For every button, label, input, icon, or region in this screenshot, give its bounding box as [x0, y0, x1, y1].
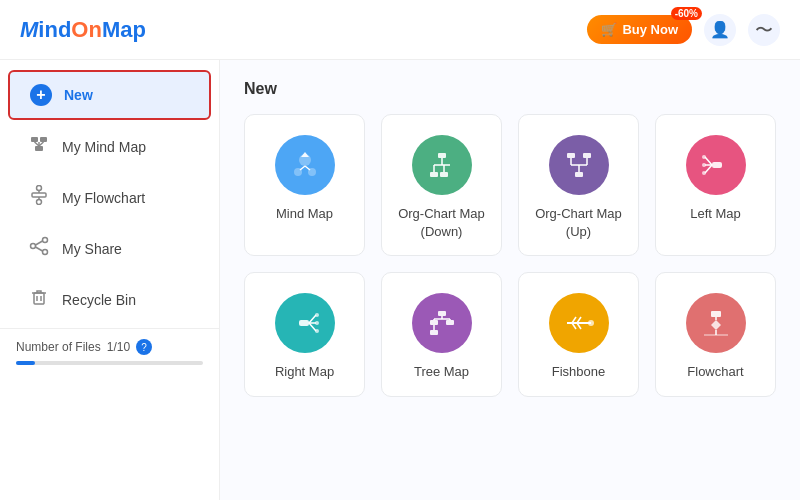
card-icon-right-map — [275, 293, 335, 353]
svg-marker-69 — [711, 320, 721, 330]
svg-rect-25 — [438, 153, 446, 158]
svg-rect-54 — [430, 320, 438, 325]
card-icon-flowchart — [686, 293, 746, 353]
svg-point-43 — [702, 155, 706, 159]
cards-grid: Mind Map Org-Chart Map (Down) Org-Chart … — [244, 114, 776, 397]
card-label-left-map: Left Map — [690, 205, 741, 223]
card-icon-fishbone — [549, 293, 609, 353]
card-right-map[interactable]: Right Map — [244, 272, 365, 396]
card-flowchart[interactable]: Flowchart — [655, 272, 776, 396]
share-icon — [28, 236, 50, 261]
svg-point-13 — [43, 250, 48, 255]
logo-map: Map — [102, 17, 146, 42]
svg-rect-26 — [430, 172, 438, 177]
svg-line-40 — [705, 157, 712, 165]
svg-line-42 — [705, 165, 712, 173]
card-icon-mind-map — [275, 135, 335, 195]
sidebar-item-my-mind-map[interactable]: My Mind Map — [8, 122, 211, 171]
progress-bar-fill — [16, 361, 35, 365]
sidebar-item-my-share-label: My Share — [62, 241, 122, 257]
sidebar-item-recycle-bin-label: Recycle Bin — [62, 292, 136, 308]
card-label-flowchart: Flowchart — [687, 363, 743, 381]
discount-badge: -60% — [671, 7, 702, 20]
buy-now-label: Buy Now — [622, 22, 678, 37]
card-mind-map[interactable]: Mind Map — [244, 114, 365, 256]
svg-point-8 — [37, 200, 42, 205]
svg-point-11 — [43, 238, 48, 243]
svg-point-44 — [702, 163, 706, 167]
svg-line-14 — [36, 241, 43, 245]
svg-rect-53 — [438, 311, 446, 316]
main-layout: + New My Mind Map My Flowchart My Share — [0, 60, 800, 500]
help-icon[interactable]: ? — [136, 339, 152, 355]
svg-line-15 — [36, 247, 43, 251]
card-label-mind-map: Mind Map — [276, 205, 333, 223]
svg-rect-16 — [34, 293, 44, 304]
svg-point-51 — [315, 321, 319, 325]
svg-rect-39 — [712, 162, 722, 168]
mind-map-icon — [28, 134, 50, 159]
flowchart-icon — [28, 185, 50, 210]
svg-rect-46 — [299, 320, 309, 326]
main-content: New Mind Map Org-Chart Map (Down) Org-Ch… — [220, 60, 800, 500]
svg-point-50 — [315, 313, 319, 317]
svg-line-22 — [300, 166, 305, 170]
card-tree-map[interactable]: Tree Map — [381, 272, 502, 396]
svg-rect-68 — [711, 311, 721, 317]
sidebar-item-my-share[interactable]: My Share — [8, 224, 211, 273]
card-icon-org-chart-down — [412, 135, 472, 195]
svg-marker-24 — [301, 152, 309, 157]
sidebar-item-recycle-bin[interactable]: Recycle Bin — [8, 275, 211, 324]
svg-line-23 — [305, 166, 310, 170]
logo-indon: ind — [38, 17, 71, 42]
svg-rect-2 — [35, 146, 43, 151]
card-fishbone[interactable]: Fishbone — [518, 272, 639, 396]
svg-rect-55 — [430, 330, 438, 335]
svg-rect-0 — [31, 137, 38, 142]
svg-point-6 — [37, 186, 42, 191]
svg-point-67 — [588, 320, 594, 326]
logo-on: On — [71, 17, 102, 42]
svg-rect-32 — [575, 172, 583, 177]
card-icon-left-map — [686, 135, 746, 195]
logo-m: M — [20, 17, 38, 42]
header-right: 🛒 Buy Now -60% 👤 〜 — [587, 14, 780, 46]
cart-icon: 🛒 — [601, 22, 617, 37]
card-label-right-map: Right Map — [275, 363, 334, 381]
new-plus-icon: + — [30, 84, 52, 106]
card-org-chart-up[interactable]: Org-Chart Map (Up) — [518, 114, 639, 256]
svg-line-49 — [309, 323, 316, 331]
section-title: New — [244, 80, 776, 98]
card-label-tree-map: Tree Map — [414, 363, 469, 381]
sidebar-item-my-flowchart-label: My Flowchart — [62, 190, 145, 206]
buy-now-button[interactable]: 🛒 Buy Now -60% — [587, 15, 692, 44]
logo: MindOnMap — [20, 17, 146, 43]
card-label-org-chart-up: Org-Chart Map (Up) — [531, 205, 626, 241]
sidebar-footer: Number of Files 1/10 ? — [0, 328, 219, 375]
sidebar-item-new-label: New — [64, 87, 93, 103]
user-icon[interactable]: 👤 — [704, 14, 736, 46]
svg-point-45 — [702, 171, 706, 175]
svg-rect-56 — [446, 320, 454, 325]
card-icon-org-chart-up — [549, 135, 609, 195]
svg-line-47 — [309, 315, 316, 323]
card-left-map[interactable]: Left Map — [655, 114, 776, 256]
svg-rect-27 — [440, 172, 448, 177]
card-icon-tree-map — [412, 293, 472, 353]
card-label-org-chart-down: Org-Chart Map (Down) — [394, 205, 489, 241]
sidebar: + New My Mind Map My Flowchart My Share — [0, 60, 220, 500]
card-label-fishbone: Fishbone — [552, 363, 605, 381]
recycle-bin-icon — [28, 287, 50, 312]
svg-rect-33 — [567, 153, 575, 158]
sidebar-item-new[interactable]: + New — [8, 70, 211, 120]
card-org-chart-down[interactable]: Org-Chart Map (Down) — [381, 114, 502, 256]
svg-point-52 — [315, 329, 319, 333]
svg-rect-34 — [583, 153, 591, 158]
graph-icon[interactable]: 〜 — [748, 14, 780, 46]
file-count-label: Number of Files — [16, 340, 101, 354]
svg-point-12 — [31, 244, 36, 249]
svg-rect-7 — [32, 193, 46, 197]
sidebar-item-my-flowchart[interactable]: My Flowchart — [8, 173, 211, 222]
svg-rect-1 — [40, 137, 47, 142]
file-count: Number of Files 1/10 ? — [16, 339, 203, 355]
